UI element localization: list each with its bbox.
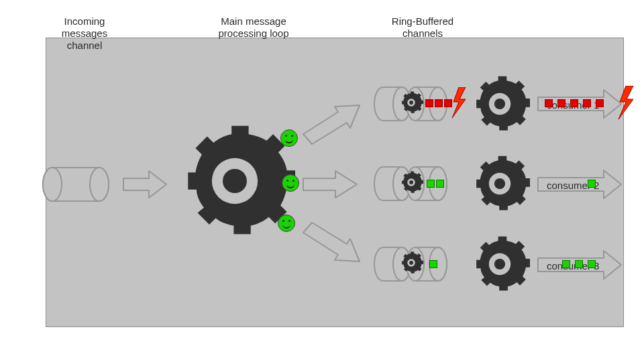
input-cylinder — [40, 164, 114, 204]
buffer-square — [425, 99, 433, 107]
buffer-square — [427, 180, 435, 188]
arrow-input — [122, 170, 169, 201]
svg-point-19 — [494, 99, 505, 109]
svg-point-0 — [90, 168, 109, 201]
output-square — [545, 99, 553, 107]
buffer-square — [436, 180, 444, 188]
output-square — [562, 260, 570, 268]
arrow-branch-2 — [302, 170, 360, 201]
svg-point-15 — [409, 101, 413, 105]
svg-marker-6 — [303, 105, 360, 144]
consumer-gear-icon — [470, 74, 530, 134]
output-square — [588, 180, 596, 188]
svg-point-5 — [223, 169, 247, 193]
svg-marker-2 — [123, 171, 166, 198]
label-incoming: Incoming messages channel — [39, 15, 130, 52]
mini-gear-icon — [399, 170, 423, 194]
svg-point-31 — [494, 178, 505, 189]
consumer-gear-icon — [470, 154, 530, 214]
svg-point-1 — [43, 168, 62, 201]
smiley-icon — [280, 129, 298, 147]
output-square — [575, 260, 583, 268]
smiley-icon — [282, 174, 299, 192]
svg-point-42 — [494, 259, 505, 269]
output-square — [583, 99, 591, 107]
buffer-square — [435, 99, 443, 107]
label-main-loop: Main message processing loop — [200, 15, 307, 40]
svg-marker-21 — [619, 86, 633, 119]
svg-marker-7 — [303, 171, 357, 198]
svg-point-39 — [409, 261, 413, 265]
consumer-gear-icon — [470, 234, 530, 294]
mini-gear-icon — [399, 90, 423, 115]
bolt-icon — [449, 87, 468, 120]
output-square — [557, 99, 566, 107]
mini-gear-icon — [399, 251, 423, 275]
arrow-branch-1 — [301, 97, 365, 147]
smiley-icon — [278, 215, 295, 232]
svg-point-28 — [409, 180, 413, 184]
arrow-branch-3 — [301, 221, 365, 272]
buffer-square — [429, 260, 437, 268]
output-square — [570, 99, 578, 107]
main-gear-icon — [174, 121, 295, 241]
svg-marker-16 — [452, 87, 466, 118]
bolt-icon — [616, 86, 636, 121]
output-square — [588, 260, 596, 268]
svg-marker-8 — [303, 223, 360, 261]
label-ring-buffered: Ring-Buffered channels — [376, 15, 470, 40]
output-square — [596, 99, 604, 107]
